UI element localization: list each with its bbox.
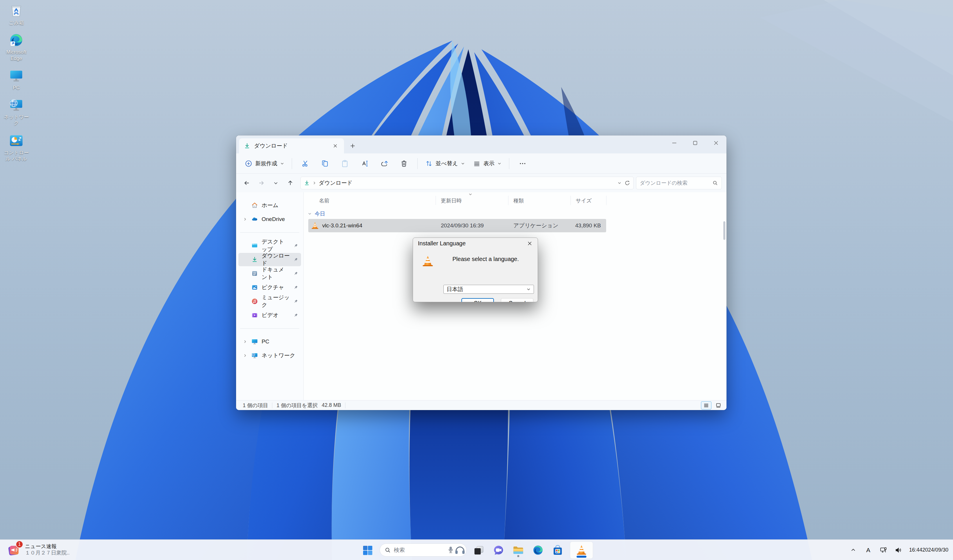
column-header-name[interactable]: 名前 (319, 197, 329, 204)
column-header-type[interactable]: 種類 (513, 197, 524, 204)
chevron-down-icon (461, 161, 465, 166)
sidebar-item-desktop[interactable]: デスクトップ (238, 239, 301, 252)
store-button[interactable] (550, 543, 565, 558)
sidebar-item-pictures[interactable]: ピクチャ (238, 281, 301, 294)
sidebar-item-onedrive[interactable]: OneDrive (238, 213, 301, 226)
widgets-button[interactable]: 1 ニュース速報 １０月２７日衆院.. (4, 541, 73, 558)
dialog-close-button[interactable] (523, 239, 536, 248)
new-tab-button[interactable] (348, 141, 357, 150)
installer-language-dialog: Installer Language Please select a langu… (413, 237, 538, 302)
view-button[interactable]: 表示 (470, 157, 505, 170)
new-item-button[interactable]: 新規作成 (241, 157, 288, 170)
vertical-scrollbar[interactable] (723, 221, 725, 240)
desktop-icon-network[interactable]: ネットワーク (2, 96, 31, 127)
file-name: vlc-3.0.21-win64 (322, 222, 362, 229)
group-header-today[interactable]: 今日 (308, 210, 325, 217)
tray-time: 16:44 (909, 546, 922, 553)
dialog-buttons: OK Cancel (413, 298, 533, 302)
view-toggles (701, 401, 723, 410)
up-button[interactable] (284, 177, 296, 189)
dialog-title-bar[interactable]: Installer Language (413, 238, 538, 249)
running-indicator (517, 555, 519, 557)
explorer-tab-downloads[interactable]: ダウンロード (239, 138, 344, 154)
rename-button[interactable] (355, 157, 374, 170)
sidebar-item-network[interactable]: ネットワーク (238, 349, 301, 362)
news-title: ニュース速報 (25, 543, 70, 550)
network-tray-button[interactable] (877, 543, 889, 557)
sort-button[interactable]: 並べ替え (422, 157, 469, 170)
expand-chevron-icon[interactable] (242, 217, 248, 221)
edge-button[interactable] (531, 543, 546, 558)
search-icon (385, 547, 391, 553)
address-dropdown-icon[interactable] (617, 181, 622, 185)
dialog-body: Please select a language. 日本語 OK Cancel (413, 249, 538, 302)
search-icon (712, 180, 718, 186)
tab-title: ダウンロード (254, 142, 327, 150)
copy-button[interactable] (316, 157, 334, 170)
file-explorer-button[interactable] (511, 543, 526, 558)
sidebar-item-pc[interactable]: PC (238, 335, 301, 348)
collapse-chevron-icon (308, 212, 312, 216)
column-header-date[interactable]: 更新日時 (441, 197, 462, 204)
pictures-icon (251, 284, 258, 291)
hidden-icons-button[interactable] (847, 543, 859, 557)
sidebar-item-home[interactable]: ホーム (238, 199, 301, 212)
news-subtitle: １０月２７日衆院.. (25, 550, 70, 556)
sidebar-item-music[interactable]: ミュージック (238, 295, 301, 308)
pin-icon (293, 271, 298, 276)
selection-size: 42.8 MB (321, 402, 341, 408)
desktop-icon-edge[interactable]: Microsoft Edge (2, 31, 31, 63)
chevron-down-icon (526, 287, 531, 292)
control-panel-icon (8, 133, 24, 149)
paste-button[interactable] (335, 157, 354, 170)
desktop-icon-recycle-bin[interactable]: ごみ箱 (2, 2, 31, 27)
details-view-button[interactable] (701, 401, 711, 410)
desktop-icon-control-panel[interactable]: コントロール パネル (2, 132, 31, 163)
ok-button[interactable]: OK (461, 298, 494, 302)
start-button[interactable] (360, 543, 375, 558)
breadcrumb-bar[interactable]: ダウンロード (300, 177, 634, 189)
explorer-status-bar: 1 個の項目 1 個の項目を選択 42.8 MB (236, 400, 726, 410)
minimize-button[interactable] (664, 135, 685, 150)
maximize-button[interactable] (685, 135, 706, 150)
desktop-icon-pc[interactable]: PC (2, 67, 31, 92)
volume-tray-button[interactable] (892, 543, 905, 557)
chevron-up-icon (850, 547, 857, 553)
column-header-size[interactable]: サイズ (576, 197, 591, 204)
taskbar-search-input[interactable]: 検索 (380, 543, 467, 557)
news-badge: 1 (16, 541, 23, 548)
store-icon (552, 544, 563, 556)
share-button[interactable] (375, 157, 394, 170)
forward-button[interactable] (255, 177, 267, 189)
explorer-tab-strip: ダウンロード (236, 135, 726, 154)
cancel-button[interactable]: Cancel (501, 298, 533, 302)
explorer-search-input[interactable]: ダウンロードの検索 (636, 177, 722, 189)
sidebar-item-videos[interactable]: ビデオ (238, 309, 301, 322)
expand-chevron-icon[interactable] (242, 354, 248, 358)
back-button[interactable] (241, 177, 253, 189)
vlc-taskbar-button[interactable] (570, 541, 593, 559)
explorer-address-bar: ダウンロード ダウンロードの検索 (236, 174, 726, 192)
tab-close-button[interactable] (331, 141, 340, 150)
language-select[interactable]: 日本語 (444, 285, 534, 294)
expand-chevron-icon[interactable] (242, 340, 248, 344)
sidebar-divider (240, 232, 299, 233)
thumbnail-view-button[interactable] (713, 401, 723, 410)
refresh-icon[interactable] (624, 180, 630, 186)
sidebar-item-downloads[interactable]: ダウンロード (238, 253, 301, 266)
breadcrumb-item-downloads[interactable]: ダウンロード (319, 179, 352, 187)
sidebar-item-documents[interactable]: ドキュメント (238, 267, 301, 280)
cut-button[interactable] (296, 157, 315, 170)
desktop-icon-list: ごみ箱 Microsoft Edge PC (2, 2, 31, 163)
column-headers: 名前 更新日時 種類 サイズ (304, 195, 722, 206)
file-row-vlc[interactable]: vlc-3.0.21-win64 2024/09/30 16:39 アプリケーシ… (308, 219, 606, 232)
recent-locations-button[interactable] (270, 177, 282, 189)
chat-button[interactable] (491, 543, 506, 558)
delete-button[interactable] (395, 157, 413, 170)
more-options-button[interactable] (513, 157, 532, 170)
recycle-bin-icon (8, 3, 24, 19)
close-button[interactable] (706, 135, 726, 150)
task-view-button[interactable] (471, 543, 486, 558)
clock[interactable]: 16:44 2024/09/30 (908, 543, 950, 557)
ime-mode-button[interactable]: A (862, 543, 874, 557)
